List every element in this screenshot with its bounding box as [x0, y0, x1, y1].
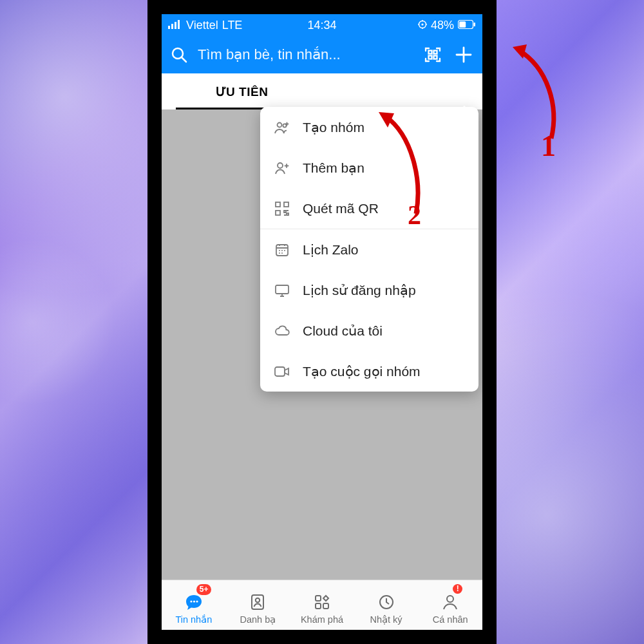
cloud-icon: [273, 325, 291, 337]
svg-point-23: [196, 600, 198, 602]
nav-profile[interactable]: ! Cá nhân: [418, 580, 482, 630]
qr-small-icon: [273, 201, 291, 216]
svg-rect-15: [429, 51, 432, 54]
menu-login-history[interactable]: Lịch sử đăng nhập: [260, 270, 478, 310]
screen: Viettel LTE 14:34 48% Tìm bạn bè, tin nh…: [162, 14, 482, 630]
nav-discover-label: Khám phá: [301, 614, 343, 625]
svg-point-42: [281, 252, 283, 254]
menu-my-cloud-label: Cloud của tôi: [303, 323, 383, 339]
svg-point-25: [256, 598, 260, 602]
signal-icon: [168, 19, 182, 32]
app-header: Tìm bạn bè, tin nhắn...: [162, 36, 482, 73]
phone-frame: Viettel LTE 14:34 48% Tìm bạn bè, tin nh…: [147, 0, 497, 644]
svg-rect-0: [168, 26, 170, 29]
svg-point-31: [278, 122, 282, 127]
svg-rect-17: [429, 56, 432, 59]
svg-point-38: [279, 250, 280, 251]
svg-rect-1: [171, 24, 173, 29]
contacts-icon: [247, 591, 269, 613]
status-bar: Viettel LTE 14:34 48%: [162, 14, 482, 36]
svg-rect-36: [276, 211, 280, 215]
battery-label: 48%: [431, 19, 454, 32]
annotation-1: 1: [541, 129, 556, 163]
menu-calendar[interactable]: Lịch Zalo: [260, 229, 478, 270]
svg-rect-28: [316, 603, 321, 609]
svg-point-5: [421, 23, 423, 25]
messages-badge: 5+: [196, 584, 212, 595]
video-icon: [273, 366, 291, 377]
add-person-icon: [273, 161, 291, 175]
nav-diary-label: Nhật ký: [370, 614, 402, 625]
svg-rect-35: [284, 202, 289, 207]
svg-point-21: [190, 600, 192, 602]
search-icon[interactable]: [169, 46, 189, 64]
svg-point-39: [281, 250, 283, 251]
monitor-icon: [273, 283, 291, 298]
menu-add-friend-label: Thêm bạn: [303, 160, 365, 176]
location-icon: [418, 19, 427, 32]
qr-icon[interactable]: [422, 46, 444, 64]
svg-rect-18: [434, 56, 437, 59]
nav-messages-label: Tin nhắn: [175, 614, 212, 625]
svg-rect-2: [175, 22, 176, 29]
svg-line-14: [182, 57, 186, 62]
svg-rect-11: [459, 21, 466, 28]
nav-diary[interactable]: Nhật ký: [354, 580, 419, 630]
svg-point-30: [447, 596, 453, 602]
tab-bar: ƯU TIÊN: [162, 73, 482, 109]
menu-login-history-label: Lịch sử đăng nhập: [303, 283, 416, 298]
nav-contacts[interactable]: Danh bạ: [226, 580, 290, 630]
tab-other[interactable]: [322, 73, 482, 109]
clock-icon: [375, 591, 397, 613]
search-input[interactable]: Tìm bạn bè, tin nhắn...: [198, 46, 413, 63]
nav-contacts-label: Danh bạ: [240, 614, 276, 625]
plus-icon[interactable]: [453, 45, 475, 64]
svg-rect-3: [178, 20, 180, 29]
svg-rect-34: [276, 202, 280, 207]
status-left: Viettel LTE: [168, 19, 242, 32]
svg-rect-44: [275, 367, 285, 376]
annotation-arrow-1: [513, 42, 564, 145]
group-icon: [273, 120, 291, 135]
svg-point-33: [278, 163, 283, 168]
tab-priority-label: ƯU TIÊN: [216, 84, 269, 99]
status-right: 48%: [418, 19, 476, 32]
carrier-label: Viettel: [186, 19, 218, 32]
menu-calendar-label: Lịch Zalo: [303, 242, 359, 258]
menu-create-group-label: Tạo nhóm: [303, 120, 365, 135]
svg-rect-26: [316, 596, 321, 601]
annotation-2: 2: [408, 200, 421, 231]
person-icon: [439, 591, 461, 613]
bottom-nav: 5+ Tin nhắn Danh bạ Khám phá Nhật ký: [162, 580, 482, 630]
calendar-icon: [273, 242, 291, 258]
svg-point-22: [193, 600, 195, 602]
menu-group-call-label: Tạo cuộc gọi nhóm: [303, 364, 421, 379]
network-label: LTE: [222, 19, 243, 32]
nav-messages[interactable]: 5+ Tin nhắn: [162, 580, 226, 630]
svg-point-41: [279, 252, 280, 254]
svg-rect-27: [323, 603, 328, 609]
menu-group-call[interactable]: Tạo cuộc gọi nhóm: [260, 351, 478, 392]
svg-point-40: [284, 250, 285, 251]
tab-priority[interactable]: ƯU TIÊN: [162, 73, 322, 109]
discover-icon: [311, 591, 333, 613]
nav-profile-label: Cá nhân: [433, 614, 468, 625]
menu-my-cloud[interactable]: Cloud của tôi: [260, 310, 478, 351]
svg-rect-43: [276, 285, 289, 294]
nav-discover[interactable]: Khám phá: [290, 580, 354, 630]
battery-icon: [458, 19, 476, 32]
svg-rect-12: [474, 23, 476, 26]
svg-rect-16: [434, 51, 437, 54]
